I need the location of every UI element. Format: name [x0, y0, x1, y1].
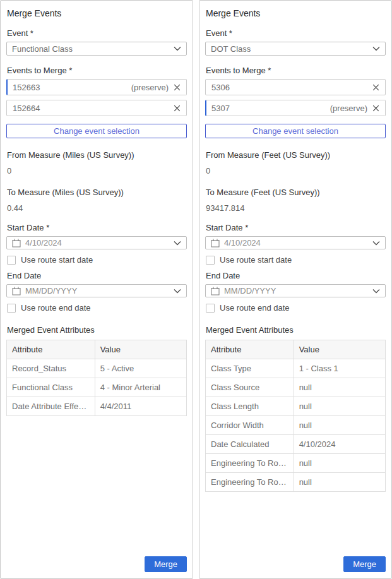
event-to-merge-row[interactable]: 152663 (preserve) [6, 79, 187, 95]
value-cell: null [294, 416, 385, 435]
table-row: Class Length null [206, 397, 386, 416]
remove-event-icon[interactable] [173, 104, 181, 112]
value-column-header: Value [294, 340, 385, 359]
use-route-end-date-checkbox-row[interactable]: Use route end date [7, 303, 187, 313]
attribute-cell: Date Calculated [206, 435, 294, 454]
calendar-icon [12, 239, 21, 248]
value-cell: 1 - Class 1 [294, 359, 385, 378]
checkbox-label: Use route start date [220, 255, 292, 265]
attribute-cell: Functional Class [7, 378, 95, 397]
events-to-merge-list: 152663 (preserve) 152664 [6, 79, 187, 116]
calendar-icon [211, 287, 220, 295]
preserve-tag: (preserve) [131, 83, 169, 92]
end-date-input[interactable]: MM/DD/YYYY [6, 284, 187, 297]
to-measure-value: 93417.814 [206, 203, 386, 213]
attribute-cell: Engineering To RouteID [206, 454, 294, 473]
value-cell: 4/4/2011 [95, 397, 186, 416]
checkbox-icon[interactable] [7, 256, 16, 265]
from-measure-label: From Measure (Feet (US Survey)) [206, 150, 386, 160]
table-row: Functional Class 4 - Minor Arterial [7, 378, 187, 397]
event-id: 5307 [211, 104, 330, 113]
value-cell: null [294, 378, 385, 397]
attribute-cell: Class Length [206, 397, 294, 416]
from-measure-label: From Measure (Miles (US Survey)) [7, 150, 187, 160]
event-select-value: DOT Class [211, 44, 369, 54]
events-to-merge-list: 5306 5307 (preserve) [205, 79, 386, 116]
event-to-merge-row[interactable]: 5306 [205, 79, 386, 95]
checkbox-icon[interactable] [206, 256, 215, 265]
remove-event-icon[interactable] [372, 104, 380, 112]
use-route-start-date-checkbox-row[interactable]: Use route start date [7, 255, 187, 265]
merged-event-attributes-label: Merged Event Attributes [7, 325, 187, 335]
merge-button[interactable]: Merge [145, 556, 187, 572]
events-to-merge-label: Events to Merge * [7, 66, 187, 75]
end-date-placeholder: MM/DD/YYYY [25, 286, 170, 295]
value-cell: 4/10/2024 [294, 435, 385, 454]
merged-event-attributes-label: Merged Event Attributes [206, 325, 386, 335]
table-row: Date Attribute Effective 4/4/2011 [7, 397, 187, 416]
value-cell: 5 - Active [95, 359, 186, 378]
value-cell: 4 - Minor Arterial [95, 378, 186, 397]
to-measure-value: 0.44 [7, 203, 187, 213]
merge-events-panel-left: Merge Events Event * Functional Class Ev… [0, 0, 193, 579]
event-to-merge-row[interactable]: 152664 [6, 100, 187, 116]
checkbox-icon[interactable] [7, 304, 16, 313]
page-title: Merge Events [206, 8, 386, 18]
start-date-value: 4/10/2024 [25, 238, 170, 248]
to-measure-label: To Measure (Miles (US Survey)) [7, 188, 187, 197]
end-date-label: End Date [7, 271, 187, 280]
end-date-label: End Date [206, 271, 386, 280]
merge-button[interactable]: Merge [343, 556, 386, 572]
calendar-icon [211, 239, 220, 248]
change-event-selection-button[interactable]: Change event selection [205, 124, 386, 138]
to-measure-label: To Measure (Feet (US Survey)) [206, 188, 386, 197]
event-id: 152663 [13, 83, 131, 92]
checkbox-icon[interactable] [206, 304, 215, 313]
chevron-down-icon [372, 289, 380, 294]
chevron-down-icon [174, 289, 181, 294]
remove-event-icon[interactable] [173, 83, 181, 92]
checkbox-label: Use route end date [21, 303, 91, 313]
attribute-column-header: Attribute [206, 340, 294, 359]
table-row: Date Calculated 4/10/2024 [206, 435, 386, 454]
start-date-label: Start Date * [206, 223, 386, 232]
table-row: Engineering To RouteID null [206, 454, 386, 473]
attribute-cell: Date Attribute Effective [7, 397, 95, 416]
end-date-input[interactable]: MM/DD/YYYY [205, 284, 386, 297]
events-to-merge-label: Events to Merge * [206, 66, 386, 75]
use-route-start-date-checkbox-row[interactable]: Use route start date [206, 255, 386, 265]
start-date-input[interactable]: 4/10/2024 [205, 236, 386, 249]
calendar-icon [12, 287, 21, 295]
attribute-column-header: Attribute [7, 340, 95, 359]
from-measure-value: 0 [206, 166, 386, 176]
use-route-end-date-checkbox-row[interactable]: Use route end date [206, 303, 386, 313]
value-column-header: Value [95, 340, 186, 359]
event-label: Event * [206, 28, 386, 38]
chevron-down-icon [372, 241, 380, 246]
event-id: 5306 [211, 83, 367, 92]
event-select[interactable]: DOT Class [205, 42, 386, 56]
chevron-down-icon [372, 46, 380, 51]
attribute-cell: Record_Status [7, 359, 95, 378]
chevron-down-icon [174, 241, 181, 246]
remove-event-icon[interactable] [372, 83, 380, 92]
value-cell: null [294, 454, 385, 473]
start-date-label: Start Date * [7, 223, 187, 232]
start-date-value: 4/10/2024 [224, 238, 369, 248]
attribute-cell: Corridor Width [206, 416, 294, 435]
merged-attributes-table: Attribute Value Class Type 1 - Class 1 C… [205, 340, 386, 492]
table-row: Engineering To Route ... null [206, 473, 386, 492]
from-measure-value: 0 [7, 166, 187, 176]
preserve-tag: (preserve) [330, 104, 367, 113]
change-event-selection-button[interactable]: Change event selection [6, 124, 187, 138]
start-date-input[interactable]: 4/10/2024 [6, 236, 187, 249]
table-row: Class Type 1 - Class 1 [206, 359, 386, 378]
page-title: Merge Events [7, 8, 187, 18]
event-to-merge-row[interactable]: 5307 (preserve) [205, 100, 386, 116]
table-row: Class Source null [206, 378, 386, 397]
event-select[interactable]: Functional Class [6, 42, 187, 56]
event-select-value: Functional Class [12, 44, 170, 54]
merge-events-panel-right: Merge Events Event * DOT Class Events to… [199, 0, 392, 579]
attribute-cell: Class Source [206, 378, 294, 397]
end-date-placeholder: MM/DD/YYYY [224, 286, 369, 295]
